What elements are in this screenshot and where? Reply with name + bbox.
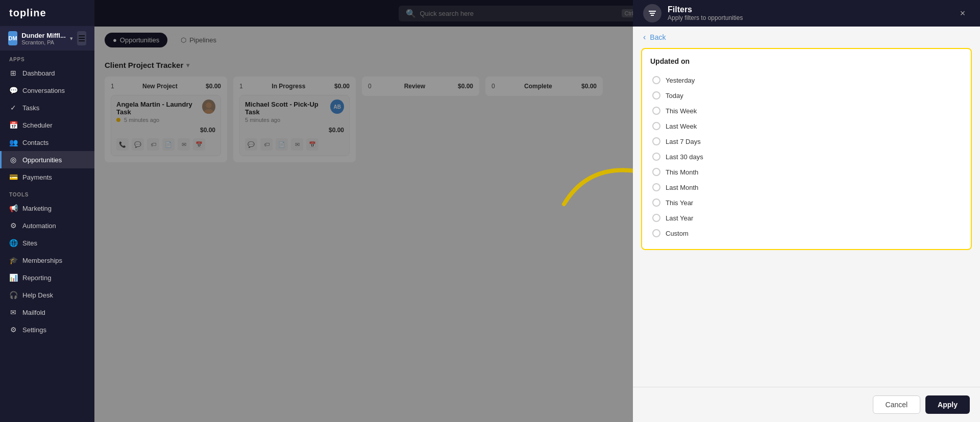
filter-title-block: Filters Apply filters to opportunities — [668, 5, 743, 21]
filter-option-label: This Week — [666, 107, 697, 115]
help-desk-icon: 🎧 — [9, 291, 17, 299]
sidebar-item-label: Opportunities — [22, 156, 62, 164]
sidebar-item-mailfold[interactable]: ✉ Mailfold — [0, 304, 94, 321]
filter-option-last-week[interactable]: Last Week — [650, 118, 963, 134]
radio-button-this-week[interactable] — [652, 107, 660, 115]
cancel-button[interactable]: Cancel — [873, 395, 921, 414]
account-name: Dunder Miffl... — [21, 32, 66, 39]
sidebar-item-contacts[interactable]: 👥 Contacts — [0, 134, 94, 151]
filter-footer: Cancel Apply — [633, 387, 980, 422]
filter-option-this-year[interactable]: This Year — [650, 195, 963, 210]
filter-updated-on-section: Updated on Yesterday Today This Week Las… — [641, 48, 972, 250]
sidebar-item-dashboard[interactable]: ⊞ Dashboard — [0, 64, 94, 82]
radio-button-this-month[interactable] — [652, 168, 660, 176]
radio-button-this-year[interactable] — [652, 198, 660, 207]
filter-option-today[interactable]: Today — [650, 88, 963, 103]
filter-option-label: Last 30 days — [666, 153, 703, 161]
filter-panel: Filters Apply filters to opportunities ×… — [633, 0, 980, 422]
sidebar-item-reporting[interactable]: 📊 Reporting — [0, 269, 94, 286]
sidebar-item-memberships[interactable]: 🎓 Memberships — [0, 252, 94, 269]
filter-option-last-year[interactable]: Last Year — [650, 210, 963, 226]
memberships-icon: 🎓 — [9, 256, 17, 264]
filter-option-label: This Year — [666, 199, 693, 207]
filter-icon-circle — [643, 4, 662, 22]
filter-option-label: Last Week — [666, 122, 697, 130]
radio-button-last-7-days[interactable] — [652, 137, 660, 145]
sidebar-item-help-desk[interactable]: 🎧 Help Desk — [0, 286, 94, 304]
filter-option-last-30-days[interactable]: Last 30 days — [650, 149, 963, 164]
account-location: Scranton, PA — [21, 39, 66, 45]
sidebar-item-label: Reporting — [22, 274, 51, 282]
filter-option-label: Custom — [666, 230, 689, 237]
sidebar-item-payments[interactable]: 💳 Payments — [0, 168, 94, 186]
mailfold-icon: ✉ — [9, 308, 17, 316]
filter-close-button[interactable]: × — [955, 6, 970, 20]
payments-icon: 💳 — [9, 173, 17, 181]
sidebar-item-settings[interactable]: ⚙ Settings — [0, 321, 94, 338]
contacts-icon: 👥 — [9, 138, 17, 146]
tasks-icon: ✓ — [9, 104, 17, 112]
sidebar-item-tasks[interactable]: ✓ Tasks — [0, 99, 94, 116]
sidebar-item-label: Scheduler — [22, 121, 53, 129]
filter-option-label: Today — [666, 92, 683, 100]
sidebar: topline DM Dunder Miffl... Scranton, PA … — [0, 0, 94, 422]
scheduler-icon: 📅 — [9, 121, 17, 129]
account-info: Dunder Miffl... Scranton, PA — [21, 32, 66, 45]
radio-button-custom[interactable] — [652, 229, 660, 237]
chevron-down-icon: ▾ — [70, 35, 73, 42]
sidebar-item-automation[interactable]: ⚙ Automation — [0, 217, 94, 234]
filter-option-label: Last Month — [666, 184, 698, 191]
back-arrow-icon: ‹ — [643, 33, 646, 42]
sidebar-item-label: Marketing — [22, 205, 52, 212]
apply-button[interactable]: Apply — [925, 395, 970, 414]
filter-title: Filters — [668, 5, 743, 14]
filter-option-label: Last 7 Days — [666, 138, 701, 145]
sidebar-item-label: Memberships — [22, 257, 62, 264]
account-avatar: DM — [8, 31, 17, 45]
conversations-icon: 💬 — [9, 86, 17, 94]
filter-option-this-week[interactable]: This Week — [650, 103, 963, 118]
sidebar-item-label: Dashboard — [22, 69, 55, 77]
reporting-icon: 📊 — [9, 274, 17, 282]
filter-icon — [648, 9, 657, 18]
sidebar-item-sites[interactable]: 🌐 Sites — [0, 234, 94, 252]
opportunities-icon: ◎ — [9, 156, 17, 164]
filter-option-last-7-days[interactable]: Last 7 Days — [650, 134, 963, 149]
radio-button-last-30-days[interactable] — [652, 153, 660, 161]
sidebar-item-label: Automation — [22, 222, 56, 230]
account-switcher[interactable]: DM Dunder Miffl... Scranton, PA ▾ ☰ — [0, 26, 94, 51]
filter-option-this-month[interactable]: This Month — [650, 164, 963, 180]
sidebar-item-marketing[interactable]: 📢 Marketing — [0, 200, 94, 217]
filter-section-title: Updated on — [650, 57, 963, 65]
automation-icon: ⚙ — [9, 221, 17, 230]
radio-button-yesterday[interactable] — [652, 76, 660, 84]
filter-topbar: Filters Apply filters to opportunities × — [633, 0, 980, 27]
sidebar-item-label: Tasks — [22, 104, 39, 112]
radio-button-today[interactable] — [652, 91, 660, 100]
dashboard-icon: ⊞ — [9, 69, 17, 77]
sidebar-item-label: Conversations — [22, 87, 65, 94]
sidebar-item-label: Settings — [22, 326, 46, 334]
filter-back-button[interactable]: ‹ Back — [633, 27, 980, 48]
sidebar-item-label: Help Desk — [22, 291, 53, 299]
marketing-icon: 📢 — [9, 204, 17, 212]
filter-subtitle: Apply filters to opportunities — [668, 14, 743, 21]
apps-section-label: Apps — [0, 51, 94, 64]
filter-option-custom[interactable]: Custom — [650, 226, 963, 241]
sidebar-toggle-button[interactable]: ☰ — [77, 31, 86, 45]
radio-button-last-month[interactable] — [652, 183, 660, 191]
sidebar-item-label: Sites — [22, 239, 37, 247]
tools-section-label: Tools — [0, 186, 94, 200]
sidebar-item-conversations[interactable]: 💬 Conversations — [0, 82, 94, 99]
app-logo: topline — [9, 7, 46, 18]
filter-option-yesterday[interactable]: Yesterday — [650, 72, 963, 88]
filter-option-label: Last Year — [666, 214, 693, 222]
logo-area: topline — [0, 0, 94, 26]
radio-button-last-week[interactable] — [652, 122, 660, 130]
radio-button-last-year[interactable] — [652, 214, 660, 222]
filter-option-last-month[interactable]: Last Month — [650, 180, 963, 195]
sidebar-item-scheduler[interactable]: 📅 Scheduler — [0, 116, 94, 134]
sidebar-item-opportunities[interactable]: ◎ Opportunities — [0, 151, 94, 168]
settings-icon: ⚙ — [9, 326, 17, 334]
sidebar-item-label: Mailfold — [22, 309, 45, 316]
